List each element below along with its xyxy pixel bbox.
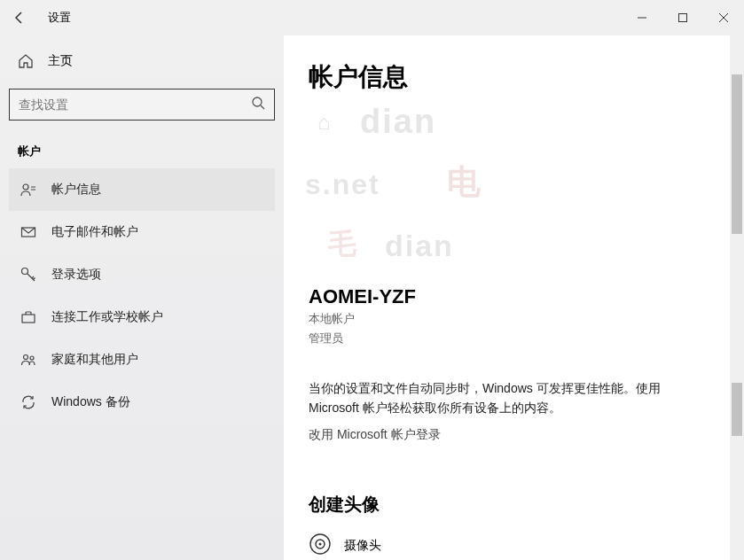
sidebar-item-email-accounts[interactable]: 电子邮件和帐户 [9,211,275,253]
sidebar-item-label: Windows 备份 [51,394,130,410]
svg-point-16 [319,542,322,545]
sidebar-item-label: 家庭和其他用户 [51,352,138,368]
sidebar-item-windows-backup[interactable]: Windows 备份 [9,381,275,424]
watermark-text: 毛 [328,225,358,264]
scrollbar[interactable] [730,35,744,560]
maximize-button[interactable] [662,0,703,35]
home-label: 主页 [48,53,73,69]
sync-icon [18,394,39,410]
account-name: AOMEI-YZF [309,285,719,308]
home-nav[interactable]: 主页 [9,46,275,76]
person-card-icon [18,182,39,198]
sidebar-item-account-info[interactable]: 帐户信息 [9,168,275,211]
svg-point-13 [30,356,34,360]
svg-point-10 [22,268,28,275]
sidebar-item-work-school[interactable]: 连接工作或学校帐户 [9,296,275,338]
svg-point-6 [23,184,28,190]
account-type: 本地帐户 [309,310,719,328]
scrollbar-thumb[interactable] [732,74,742,234]
home-icon [18,53,39,69]
content-scroll[interactable]: 帐户信息 ⌂ dian s.net 电 毛 dian AOMEI-YZF 本地帐… [284,60,744,560]
search-input[interactable] [19,97,251,112]
ms-account-link[interactable]: 改用 Microsoft 帐户登录 [309,427,719,443]
create-avatar-heading: 创建头像 [309,493,719,517]
page-heading: 帐户信息 [309,60,719,94]
people-icon [18,352,39,368]
sidebar-item-family-users[interactable]: 家庭和其他用户 [9,338,275,381]
main: 主页 帐户 帐户信息 电子邮件和帐户 登录选项 连接工作或学校帐户 [0,35,744,560]
sync-blurb: 当你的设置和文件自动同步时，Windows 可发挥更佳性能。使用 Microso… [309,378,690,418]
key-icon [18,267,39,283]
avatar-placeholder: ⌂ dian s.net 电 毛 dian [309,110,557,269]
close-button[interactable] [703,0,744,35]
camera-label: 摄像头 [344,538,381,554]
svg-point-4 [253,97,262,106]
mail-icon [18,224,39,240]
sidebar-item-label: 帐户信息 [51,182,101,198]
svg-point-12 [24,355,28,360]
arrow-left-icon [12,11,27,25]
search-box[interactable] [9,89,275,121]
close-icon [719,13,728,22]
account-role: 管理员 [309,330,719,347]
sidebar-item-signin-options[interactable]: 登录选项 [9,253,275,296]
sidebar-item-label: 连接工作或学校帐户 [51,309,163,325]
watermark-text: dian [385,229,454,263]
watermark-icon: ⌂ [317,110,333,135]
svg-rect-1 [679,14,687,22]
title-left: 设置 [0,0,71,35]
camera-icon [309,533,332,559]
camera-option[interactable]: 摄像头 [309,529,719,560]
scrollbar-thumb[interactable] [732,383,742,436]
content-panel: 帐户信息 ⌂ dian s.net 电 毛 dian AOMEI-YZF 本地帐… [284,35,744,560]
watermark-text: dian [360,103,436,141]
minimize-button[interactable] [622,0,662,35]
watermark-text: s.net [305,168,380,201]
maximize-icon [678,13,687,22]
briefcase-icon [18,309,39,325]
svg-line-5 [261,105,264,109]
minimize-icon [638,13,646,22]
svg-rect-11 [22,315,35,323]
sidebar-section-title: 帐户 [9,140,275,163]
search-icon [251,96,265,113]
sidebar-item-label: 登录选项 [51,267,101,283]
sidebar: 主页 帐户 帐户信息 电子邮件和帐户 登录选项 连接工作或学校帐户 [0,35,284,560]
sidebar-item-label: 电子邮件和帐户 [51,224,138,240]
window-title: 设置 [48,10,71,26]
back-button[interactable] [0,0,39,35]
watermark-text: 电 [447,159,482,205]
window-controls [622,0,744,35]
title-bar: 设置 [0,0,744,35]
